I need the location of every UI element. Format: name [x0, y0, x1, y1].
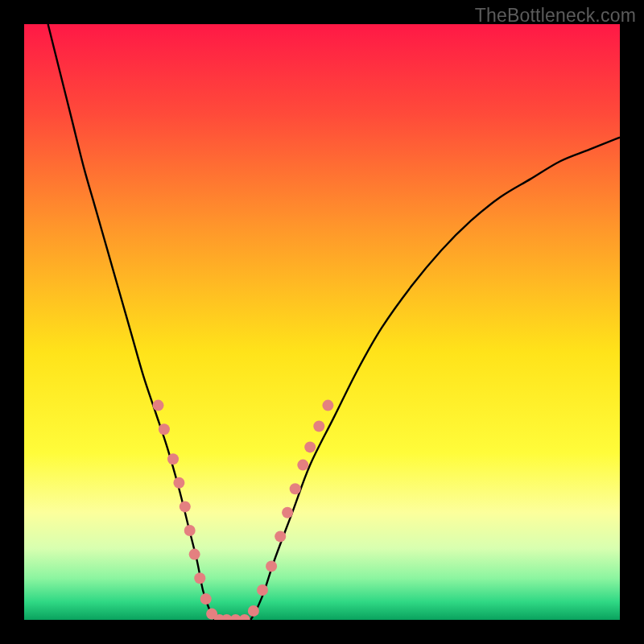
data-marker [184, 525, 196, 536]
data-marker [297, 460, 308, 471]
data-marker [200, 593, 212, 605]
plot-area [24, 24, 620, 620]
data-marker [153, 400, 164, 411]
curve-layer [24, 24, 620, 620]
marker-group [153, 400, 334, 620]
data-marker [313, 421, 324, 432]
data-marker [189, 549, 200, 560]
data-marker [322, 400, 333, 411]
bottleneck-curve [48, 24, 620, 620]
data-marker [167, 453, 179, 464]
data-marker [173, 477, 184, 489]
data-marker [239, 614, 250, 620]
data-marker [304, 441, 316, 452]
chart-frame: TheBottleneck.com [0, 0, 644, 644]
watermark-text: TheBottleneck.com [475, 5, 636, 27]
data-marker [194, 572, 205, 584]
data-marker [266, 560, 277, 572]
data-marker [290, 483, 301, 494]
data-marker [159, 423, 170, 435]
data-marker [282, 507, 293, 518]
data-marker [275, 530, 286, 542]
data-marker [248, 605, 259, 617]
data-marker [180, 501, 191, 512]
data-marker [257, 584, 268, 596]
